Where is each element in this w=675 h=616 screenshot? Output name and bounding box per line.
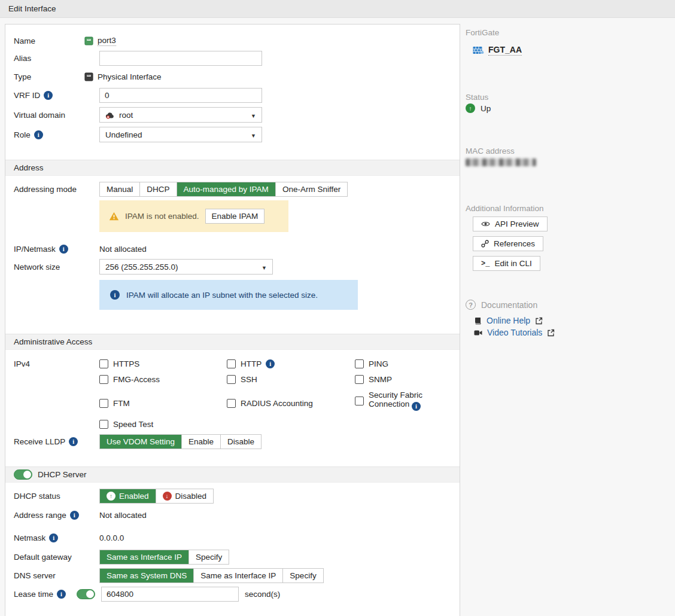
- dns-specify[interactable]: Specify: [283, 569, 323, 583]
- dhcp-server-section-header: DHCP Server: [5, 466, 460, 483]
- addressing-mode-segments: Manual DHCP Auto-managed by IPAM One-Arm…: [99, 182, 348, 197]
- vrf-label-text: VRF ID: [14, 91, 40, 100]
- ipam-warning-box: IPAM is not enabled. Enable IPAM: [99, 200, 288, 232]
- receive-lldp-label: Receive LLDP: [14, 437, 99, 446]
- lldp-enable[interactable]: Enable: [182, 435, 221, 449]
- ipam-warning-text: IPAM is not enabled.: [125, 212, 199, 221]
- lease-time-input[interactable]: [101, 587, 239, 602]
- mac-address-label: MAC address: [466, 147, 669, 155]
- edit-interface-panel: Name port3 Alias Type Physical Interface…: [5, 24, 460, 616]
- info-icon[interactable]: [412, 402, 421, 411]
- info-icon[interactable]: [44, 91, 53, 100]
- checkbox[interactable]: [355, 375, 364, 384]
- checkbox-label: PING: [369, 359, 388, 368]
- vdom-value: root: [119, 111, 247, 120]
- enable-ipam-button[interactable]: Enable IPAM: [205, 209, 265, 224]
- dhcp-status-disabled[interactable]: Disabled: [156, 489, 214, 503]
- external-link-icon: [535, 317, 543, 325]
- info-icon[interactable]: [57, 590, 66, 599]
- network-size-select[interactable]: 256 (255.255.255.0): [99, 259, 273, 275]
- fortigate-device[interactable]: FGT_AA: [473, 45, 669, 56]
- checkbox-https[interactable]: HTTPS: [99, 359, 227, 368]
- additional-info-label: Additional Information: [466, 204, 669, 213]
- info-icon[interactable]: [49, 533, 58, 542]
- lldp-disable[interactable]: Disable: [221, 435, 261, 449]
- edit-in-cli-button[interactable]: Edit in CLI: [473, 256, 540, 271]
- gateway-same-as-interface-ip[interactable]: Same as Interface IP: [100, 550, 189, 564]
- netmask-label: Netmask: [14, 533, 99, 542]
- checkbox-ftm[interactable]: FTM: [99, 395, 227, 411]
- checkbox[interactable]: [355, 397, 364, 405]
- checkbox[interactable]: [227, 375, 236, 384]
- port-icon: [84, 36, 93, 45]
- interface-name-value[interactable]: port3: [98, 36, 116, 46]
- dns-same-as-interface-ip[interactable]: Same as Interface IP: [194, 569, 283, 583]
- checkbox[interactable]: [99, 420, 108, 429]
- checkbox-speed-test[interactable]: Speed Test: [99, 420, 227, 429]
- cloud-icon: [105, 111, 115, 119]
- addressing-mode-manual[interactable]: Manual: [100, 182, 140, 196]
- role-select[interactable]: Undefined: [99, 127, 262, 142]
- fortigate-device-name[interactable]: FGT_AA: [488, 45, 522, 56]
- info-icon: [110, 290, 120, 300]
- down-arrow-icon: [163, 492, 172, 501]
- dns-server-label: DNS server: [14, 571, 99, 580]
- checkbox[interactable]: [227, 399, 236, 408]
- caret-down-icon: [251, 130, 256, 139]
- checkbox[interactable]: [99, 375, 108, 384]
- status-value: Up: [481, 104, 491, 113]
- checkbox-radius-accounting[interactable]: RADIUS Accounting: [227, 395, 355, 411]
- checkbox[interactable]: [227, 359, 236, 368]
- lease-time-toggle-on[interactable]: [77, 589, 95, 599]
- ipv4-row: IPv4 HTTPS HTTP PING FMG-Access SSH SNMP…: [5, 358, 460, 429]
- page-title-bar: Edit Interface: [0, 0, 675, 18]
- addressing-mode-sniffer[interactable]: One-Arm Sniffer: [276, 182, 347, 196]
- netmask-label-text: Netmask: [14, 533, 45, 542]
- checkbox[interactable]: [99, 399, 108, 408]
- info-icon[interactable]: [266, 359, 275, 368]
- netmask-value: 0.0.0.0: [99, 533, 124, 542]
- link-chain-icon: [481, 240, 489, 248]
- gateway-specify[interactable]: Specify: [189, 550, 229, 564]
- dns-same-as-system[interactable]: Same as System DNS: [100, 569, 194, 583]
- references-button[interactable]: References: [473, 236, 543, 251]
- info-icon[interactable]: [70, 511, 79, 520]
- info-icon[interactable]: [69, 437, 78, 446]
- checkbox-label: HTTPS: [113, 359, 139, 368]
- video-tutorials-link[interactable]: Video Tutorials: [474, 328, 669, 337]
- role-label-text: Role: [14, 130, 31, 139]
- vrf-input[interactable]: [99, 88, 262, 103]
- vdom-select[interactable]: root: [99, 107, 262, 123]
- dhcp-status-segments: Enabled Disabled: [99, 489, 214, 504]
- checkbox-ping[interactable]: PING: [355, 359, 451, 368]
- checkbox-label: SSH: [241, 375, 257, 384]
- page-title: Edit Interface: [8, 4, 56, 13]
- online-help-link[interactable]: Online Help: [474, 316, 669, 325]
- lldp-use-vdom-setting[interactable]: Use VDOM Setting: [100, 435, 182, 449]
- documentation-label: Documentation: [481, 300, 537, 310]
- checkbox-label: Security Fabric Connection: [369, 391, 436, 411]
- checkbox[interactable]: [355, 359, 364, 368]
- address-section-title: Address: [14, 163, 44, 172]
- addressing-mode-ipam[interactable]: Auto-managed by IPAM: [177, 182, 276, 196]
- checkbox-security-fabric[interactable]: Security Fabric Connection: [355, 391, 451, 411]
- address-range-label-text: Address range: [14, 511, 66, 520]
- dhcp-server-toggle-on[interactable]: [14, 469, 32, 480]
- checkbox-ssh[interactable]: SSH: [227, 375, 355, 384]
- checkbox-label: FTM: [113, 399, 130, 408]
- checkbox[interactable]: [99, 359, 108, 368]
- alias-input[interactable]: [99, 51, 262, 66]
- checkbox-label: FMG-Access: [113, 375, 160, 384]
- vdom-label: Virtual domain: [14, 111, 99, 120]
- checkbox-fmg-access[interactable]: FMG-Access: [99, 375, 227, 384]
- api-preview-button[interactable]: API Preview: [473, 216, 548, 231]
- documentation-header: Documentation: [466, 300, 669, 310]
- checkbox-snmp[interactable]: SNMP: [355, 375, 451, 384]
- checkbox-http[interactable]: HTTP: [227, 359, 355, 368]
- question-icon: [466, 300, 476, 310]
- info-icon[interactable]: [34, 130, 43, 139]
- info-icon[interactable]: [59, 245, 68, 254]
- type-row: Type Physical Interface: [5, 70, 460, 83]
- dhcp-status-enabled[interactable]: Enabled: [100, 489, 156, 503]
- addressing-mode-dhcp[interactable]: DHCP: [140, 182, 177, 196]
